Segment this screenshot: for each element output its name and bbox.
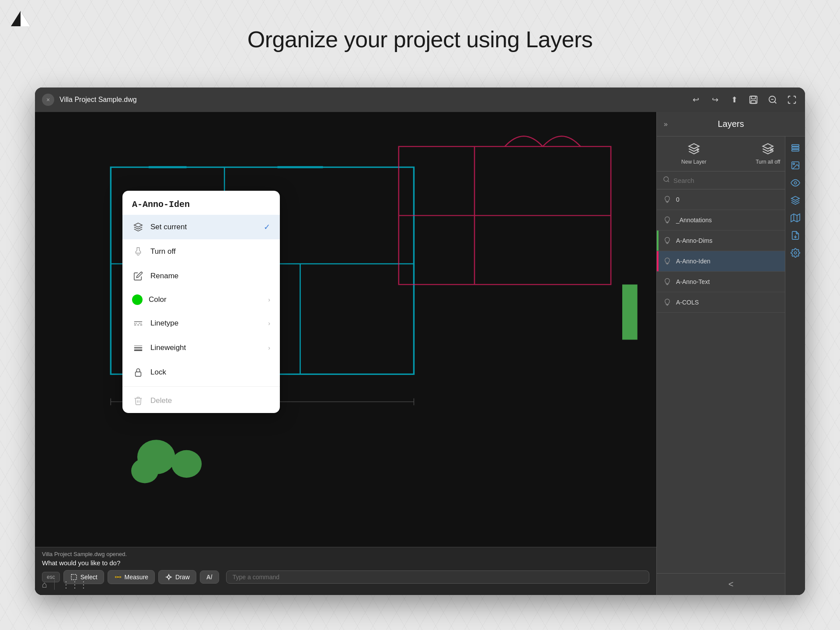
layer-annotations-name: _Annotations (676, 217, 788, 224)
layer-item-anno-dims[interactable]: A-Anno-Dims ⋮ (657, 231, 805, 251)
layer-anno-iden-name: A-Anno-Iden (676, 258, 788, 265)
layer-0-name: 0 (676, 196, 788, 203)
context-menu-overlay[interactable]: A-Anno-Iden Set current ✓ (35, 112, 656, 595)
layer-item-a-cols[interactable]: A-COLS ⋮ (657, 292, 805, 313)
context-menu-item-linetype[interactable]: Linetype › (122, 311, 280, 336)
context-menu-item-color[interactable]: Color › (122, 288, 280, 311)
color-label: Color (149, 295, 268, 304)
panel-toolbar: New Layer Turn all off (657, 136, 805, 172)
title-bar: × Villa Project Sample.dwg ↩ ↪ ⬆ (35, 88, 805, 112)
save-button[interactable] (747, 94, 760, 106)
new-layer-label: New Layer (681, 159, 706, 165)
context-menu-item-turn-off[interactable]: Turn off (122, 239, 280, 264)
rename-icon (132, 270, 144, 282)
new-layer-icon (688, 143, 700, 157)
layer-a-cols-bulb (663, 298, 672, 307)
layer-anno-text-bulb (663, 277, 672, 286)
svg-rect-48 (791, 145, 799, 147)
svg-point-57 (794, 252, 797, 254)
lineweight-label: Lineweight (150, 343, 268, 352)
context-menu-title: A-Anno-Iden (122, 191, 280, 215)
app-logo (9, 9, 33, 28)
layer-a-cols-name: A-COLS (676, 299, 788, 306)
lock-label: Lock (150, 368, 270, 377)
svg-rect-42 (136, 372, 141, 376)
context-menu: A-Anno-Iden Set current ✓ (122, 191, 280, 413)
side-settings-icon[interactable] (788, 245, 803, 261)
linetype-label: Linetype (150, 319, 268, 328)
linetype-icon (132, 317, 144, 329)
side-icons-panel (785, 136, 805, 595)
side-image-icon[interactable] (788, 158, 803, 173)
svg-rect-49 (791, 147, 799, 149)
layer-anno-dims-name: A-Anno-Dims (676, 237, 788, 244)
layer-item-annotations[interactable]: _Annotations ⋮ (657, 210, 805, 231)
turn-off-label: Turn off (150, 247, 270, 256)
layer-item-0[interactable]: 0 ⋮ (657, 189, 805, 210)
close-button[interactable]: × (42, 94, 54, 106)
lineweight-icon (132, 342, 144, 354)
svg-rect-50 (791, 150, 799, 151)
right-panel: » Layers New Layer (656, 112, 805, 595)
side-export-icon[interactable] (788, 228, 803, 243)
svg-point-53 (794, 182, 797, 184)
panel-title: Layers (718, 119, 744, 129)
context-menu-item-delete[interactable]: Delete (122, 388, 280, 413)
new-layer-button[interactable]: New Layer (657, 136, 731, 171)
layer-item-anno-text[interactable]: A-Anno-Text ⋮ (657, 272, 805, 292)
redo-button[interactable]: ↪ (709, 94, 721, 106)
context-menu-item-set-current[interactable]: Set current ✓ (122, 215, 280, 239)
set-current-check: ✓ (264, 222, 270, 232)
turn-off-icon (132, 245, 144, 258)
share-button[interactable]: ⬆ (728, 94, 740, 106)
lineweight-arrow: › (268, 344, 270, 351)
layer-anno-iden-bulb (663, 257, 672, 266)
color-arrow: › (268, 296, 270, 303)
layers-list: 0 ⋮ _Annotations ⋮ (657, 189, 805, 573)
rename-label: Rename (150, 272, 270, 280)
side-layers-icon[interactable] (788, 140, 803, 156)
title-bar-actions: ↩ ↪ ⬆ (690, 94, 798, 106)
svg-point-52 (793, 163, 795, 165)
svg-rect-1 (751, 96, 755, 99)
layer-anno-text-name: A-Anno-Text (676, 278, 788, 285)
layer-annotations-bulb (663, 216, 672, 224)
context-menu-item-rename[interactable]: Rename (122, 264, 280, 288)
canvas-area[interactable]: Villa Project Sample.dwg opened. What wo… (35, 112, 656, 595)
menu-divider (122, 386, 280, 387)
delete-icon (132, 395, 144, 407)
layer-0-bulb (663, 195, 672, 204)
side-eye-icon[interactable] (788, 175, 803, 191)
window-filename: Villa Project Sample.dwg (59, 96, 690, 104)
set-current-icon (132, 221, 144, 233)
app-window: × Villa Project Sample.dwg ↩ ↪ ⬆ (35, 88, 805, 595)
undo-button[interactable]: ↩ (690, 94, 702, 106)
panel-search (657, 172, 805, 189)
set-current-label: Set current (150, 223, 264, 231)
window-body: Villa Project Sample.dwg opened. What wo… (35, 112, 805, 595)
layers-search-input[interactable] (673, 177, 799, 184)
context-menu-item-lock[interactable]: Lock (122, 360, 280, 385)
delete-label: Delete (150, 396, 270, 405)
page-title: Organize your project using Layers (0, 26, 840, 52)
turn-all-off-label: Turn all off (756, 159, 780, 165)
layer-item-anno-iden[interactable]: A-Anno-Iden ⋮ (657, 251, 805, 272)
turn-all-off-icon (762, 143, 774, 157)
panel-back-button[interactable]: < (657, 573, 805, 595)
side-stack-icon[interactable] (788, 192, 803, 208)
fullscreen-button[interactable] (786, 94, 798, 106)
side-map-icon[interactable] (788, 210, 803, 226)
context-menu-item-lineweight[interactable]: Lineweight › (122, 336, 280, 360)
panel-collapse-button[interactable]: » (664, 120, 668, 128)
svg-point-47 (664, 177, 669, 182)
lock-icon (132, 366, 144, 378)
zoom-button[interactable] (767, 94, 779, 106)
layer-anno-dims-bulb (663, 236, 672, 245)
panel-header: » Layers (657, 112, 805, 136)
color-circle (132, 294, 143, 305)
svg-rect-2 (751, 101, 756, 103)
search-icon (663, 176, 670, 185)
linetype-arrow: › (268, 320, 270, 327)
